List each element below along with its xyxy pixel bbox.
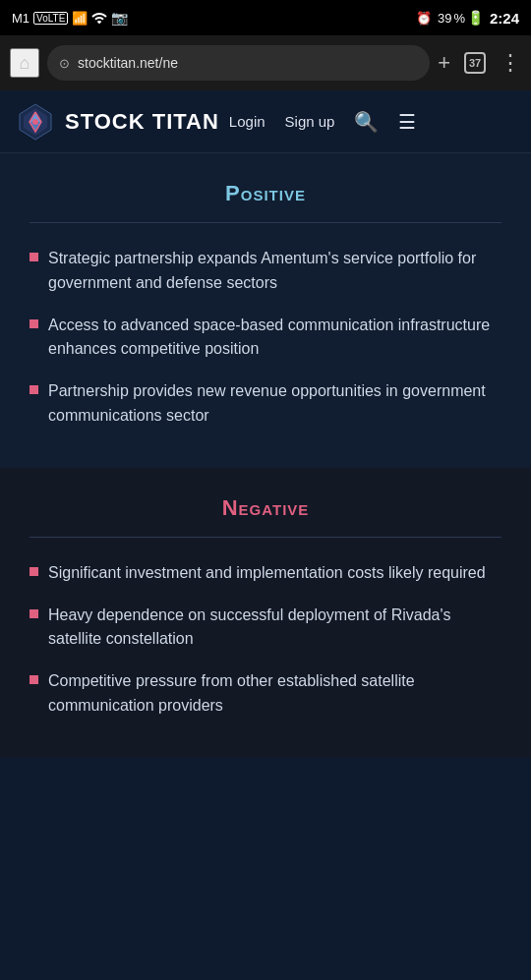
new-tab-button[interactable]: + [438,50,450,76]
browser-menu-button[interactable]: ⋮ [500,50,521,76]
menu-button[interactable]: ☰ [398,110,416,134]
time-display: 2:24 [490,10,519,27]
bullet-icon [30,567,38,576]
instagram-icon: 📷 [111,10,128,26]
nav-links: Login Sign up 🔍 ☰ [229,110,417,134]
logo-text: STOCK TITAN [65,109,219,135]
signal-icon: 📶 [72,11,88,26]
login-link[interactable]: Login [229,113,266,130]
nav-header: STOCK TITAN Login Sign up 🔍 ☰ [0,90,531,153]
list-item: Competitive pressure from other establis… [30,669,502,719]
volte-badge: VoLTE [33,12,68,25]
bullet-icon [30,253,38,261]
url-bar[interactable]: ⊙ stocktitan.net/ne [47,45,430,81]
negative-section: Negative Significant investment and impl… [0,468,531,758]
positive-section: Positive Strategic partnership expands A… [0,153,531,468]
site-security-icon: ⊙ [59,56,70,71]
main-content: Positive Strategic partnership expands A… [0,153,531,758]
bullet-icon [30,609,38,618]
wifi-icon [91,10,107,27]
list-item: Strategic partnership expands Amentum's … [30,247,502,296]
battery-icon: 🔋 [467,10,484,26]
list-item: Significant investment and implementatio… [30,561,502,586]
list-item: Partnership provides new revenue opportu… [30,379,502,429]
positive-item-3: Partnership provides new revenue opportu… [48,379,502,429]
status-left: M1 VoLTE 📶 📷 [12,10,128,27]
battery-level: 39% 🔋 [438,10,484,26]
url-text: stocktitan.net/ne [78,55,418,71]
positive-item-1: Strategic partnership expands Amentum's … [48,247,502,296]
browser-home-button[interactable]: ⌂ [10,48,39,78]
hamburger-icon: ☰ [398,111,416,133]
search-button[interactable]: 🔍 [354,110,379,134]
status-bar: M1 VoLTE 📶 📷 ⏰ 39% 🔋 2:24 [0,0,531,35]
bullet-icon [30,385,38,394]
browser-bar: ⌂ ⊙ stocktitan.net/ne + 37 ⋮ [0,35,531,90]
alarm-icon: ⏰ [416,11,432,26]
search-icon: 🔍 [354,111,379,133]
negative-item-1: Significant investment and implementatio… [48,561,486,586]
status-right: ⏰ 39% 🔋 2:24 [416,10,519,27]
positive-list: Strategic partnership expands Amentum's … [30,247,502,429]
tab-count-badge[interactable]: 37 [464,52,486,74]
negative-item-3: Competitive pressure from other establis… [48,669,502,719]
list-item: Heavy dependence on successful deploymen… [30,604,502,653]
bullet-icon [30,319,38,328]
carrier-label: M1 [12,11,30,26]
logo-container[interactable]: STOCK TITAN [16,102,219,142]
home-icon: ⌂ [20,53,30,74]
positive-item-2: Access to advanced space-based communica… [48,314,502,363]
positive-divider [30,222,502,223]
signup-link[interactable]: Sign up [285,113,335,130]
negative-item-2: Heavy dependence on successful deploymen… [48,604,502,653]
browser-actions: + 37 ⋮ [438,50,521,76]
negative-divider [30,537,502,538]
svg-point-2 [32,119,38,125]
bullet-icon [30,675,38,684]
logo-icon [16,102,55,142]
negative-title: Negative [30,495,502,521]
positive-title: Positive [30,181,502,206]
list-item: Access to advanced space-based communica… [30,314,502,363]
negative-list: Significant investment and implementatio… [30,561,502,719]
